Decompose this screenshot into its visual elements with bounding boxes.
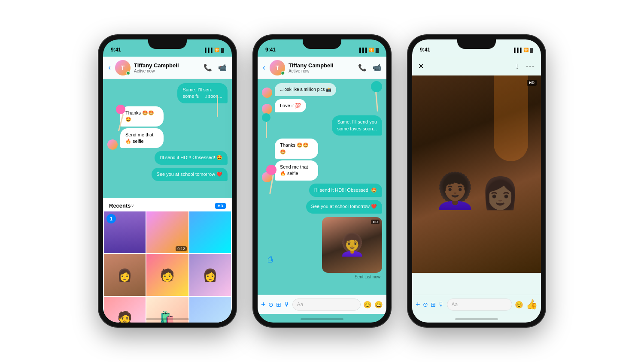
msg-2-4: Thanks 🤩🤩🤩 (275, 139, 318, 159)
fullscreen-top-bar: ✕ ↓ ··· (412, 57, 541, 75)
download-button-3[interactable]: ↓ (515, 62, 519, 71)
lollipop-2c (266, 165, 276, 194)
status-icons-3: ▐▐▐ 🛜 ▓ (512, 48, 533, 52)
close-button-3[interactable]: ✕ (418, 62, 424, 70)
chat-info-1: Tiffany Campbell Active now (134, 62, 200, 73)
msg-row-2-6: I'll send it HD!!! Obsessed! 🤩 (262, 184, 382, 199)
like-icon-3[interactable]: 👍 (526, 299, 538, 310)
contact-status-1: Active now (134, 69, 200, 73)
sent-photo-2[interactable]: 👩‍🦱 HD (322, 217, 382, 273)
phone-notch-1 (148, 39, 187, 49)
back-button-1[interactable]: ‹ (108, 63, 111, 72)
signal-icon: ▐▐▐ (203, 48, 212, 52)
photo-cell-7[interactable]: 🧑 (104, 297, 146, 323)
emoji-icon-3[interactable]: 😊 (515, 301, 523, 309)
picker-header-1: Recents ∨ HD (103, 198, 232, 211)
header-actions-1: 📞 📹 (204, 63, 227, 72)
status-time-1: 9:41 (111, 47, 121, 53)
phone-screen-2: 9:41 ▐▐▐ 🛜 ▓ ‹ T Tiffany Campbell Active… (258, 39, 386, 323)
msg-2-1: ...look like a million pics 📸 (275, 83, 336, 96)
msg-row-2-2: Love it 💯 (262, 99, 382, 114)
phone-1: 9:41 ▐▐▐ 🛜 ▓ ‹ T Tiffany Campbell Active… (99, 35, 236, 327)
signal-icon-3: ▐▐▐ (512, 48, 521, 52)
emoji-icon-2[interactable]: 😊 (363, 301, 372, 309)
add-icon-2[interactable]: + (261, 300, 266, 309)
photo-cell-6[interactable]: 👩 (189, 254, 231, 296)
video-call-icon-2[interactable]: 📹 (373, 63, 381, 72)
message-bubble-4: I'll send it HD!!! Obsessed! 🤩 (155, 151, 228, 164)
photo-cell-3[interactable] (189, 211, 231, 253)
photo-cell-4[interactable]: 👩 (104, 254, 146, 296)
sender-avatar-2 (107, 139, 118, 150)
video-duration-1: 0:12 (176, 246, 187, 251)
photo-cell-9[interactable] (189, 297, 231, 323)
lollipop-deco-1 (211, 83, 223, 117)
msg-row-2-3: Same. I'll send yousome faves soon... (262, 115, 382, 137)
phone-call-icon-2[interactable]: 📞 (358, 63, 367, 72)
wifi-icon-2: 🛜 (369, 48, 374, 52)
phone-screen-3: 9:41 ▐▐▐ 🛜 ▓ ✕ ↓ ··· 👩🏾‍� (412, 39, 541, 323)
msg-2-6: I'll send it HD!!! Obsessed! 🤩 (309, 184, 382, 197)
signal-icon-2: ▐▐▐ (358, 48, 367, 52)
status-icons-1: ▐▐▐ 🛜 ▓ (203, 48, 224, 52)
input-bar-2: + ⊙ ⊞ 🎙 Aa 😊 😄 (258, 295, 386, 314)
lollipop-2a (371, 81, 382, 112)
hd-badge-3: HD (527, 80, 537, 86)
back-button-2[interactable]: ‹ (263, 63, 265, 72)
photo-cell-5[interactable]: 🧑 (146, 254, 188, 296)
lollipop-deco-2 (116, 105, 125, 131)
contact-avatar-1: T (115, 60, 131, 75)
message-row-1: Same. I'll send yousome faves soon... (107, 83, 228, 105)
phone-notch-2 (303, 39, 341, 49)
avatar-status-2 (281, 71, 285, 75)
battery-icon: ▓ (221, 48, 224, 52)
msg-2-5: Send me that 🔥 selfie (275, 160, 318, 181)
input-bar-3: + ⊙ ⊞ 🎙 Aa 😊 👍 (412, 295, 541, 314)
sticker-icon-2[interactable]: 😄 (374, 301, 383, 309)
sender-avatar-2-1 (262, 87, 272, 98)
photo-cell-2[interactable]: 0:12 (146, 211, 188, 253)
share-icon-2[interactable]: ⎙ (268, 255, 273, 264)
status-icons-2: ▐▐▐ 🛜 ▓ (358, 48, 379, 52)
message-input-3[interactable]: Aa (447, 299, 512, 311)
wifi-icon-3: 🛜 (523, 48, 529, 52)
status-time-3: 9:41 (420, 47, 430, 53)
battery-icon-2: ▓ (376, 48, 379, 52)
phone-call-icon-1[interactable]: 📞 (204, 63, 212, 72)
contact-name-1: Tiffany Campbell (134, 62, 200, 69)
message-input-2[interactable]: Aa (292, 299, 361, 311)
camera-icon-3[interactable]: ⊙ (423, 301, 428, 308)
phone-3: 9:41 ▐▐▐ 🛜 ▓ ✕ ↓ ··· 👩🏾‍� (408, 35, 545, 327)
chat-header-2: ‹ T Tiffany Campbell Active now 📞 📹 (258, 57, 386, 79)
add-icon-3[interactable]: + (416, 300, 420, 309)
avatar-status-1 (126, 71, 130, 75)
chat-header-1: ‹ T Tiffany Campbell Active now 📞 📹 (103, 57, 232, 79)
mic-icon-3[interactable]: 🎙 (438, 301, 444, 308)
contact-name-2: Tiffany Campbell (289, 62, 355, 69)
chat-info-2: Tiffany Campbell Active now (289, 62, 355, 73)
msg-2-3: Same. I'll send yousome faves soon... (332, 115, 382, 136)
photo-cell-1[interactable]: 1 (104, 211, 146, 253)
gallery-icon-3[interactable]: ⊞ (431, 301, 436, 308)
header-actions-2: 📞 📹 (358, 63, 381, 72)
sent-time-2: Sent just now (262, 275, 382, 279)
top-actions-3: ↓ ··· (515, 62, 535, 71)
more-button-3[interactable]: ··· (526, 62, 535, 71)
photo-grid-1: 1 0:12 👩 🧑 👩 (103, 211, 232, 323)
home-indicator-2 (301, 318, 343, 320)
message-bubble-2: Thanks 🤩🤩🤩 (120, 106, 164, 127)
battery-icon-3: ▓ (530, 48, 533, 52)
mic-icon-2[interactable]: 🎙 (284, 301, 290, 308)
fullscreen-photo[interactable]: 👩🏾‍🦱 👩🏽 HD (412, 75, 541, 273)
sender-avatar-2-2 (262, 104, 272, 114)
message-row-5: See you at school tomorrow ❤️ (107, 168, 228, 183)
home-indicator-3 (455, 318, 498, 320)
phone-2: 9:41 ▐▐▐ 🛜 ▓ ‹ T Tiffany Campbell Active… (253, 35, 391, 327)
message-bubble-5: See you at school tomorrow ❤️ (152, 168, 228, 181)
camera-icon-2[interactable]: ⊙ (268, 301, 273, 308)
msg-row-2-7: See you at school tomorrow ❤️ (262, 200, 382, 215)
status-time-2: 9:41 (265, 47, 276, 53)
messages-area-2: ...look like a million pics 📸 Love it 💯 … (258, 79, 386, 301)
gallery-icon-2[interactable]: ⊞ (276, 301, 281, 308)
video-call-icon-1[interactable]: 📹 (218, 63, 227, 72)
